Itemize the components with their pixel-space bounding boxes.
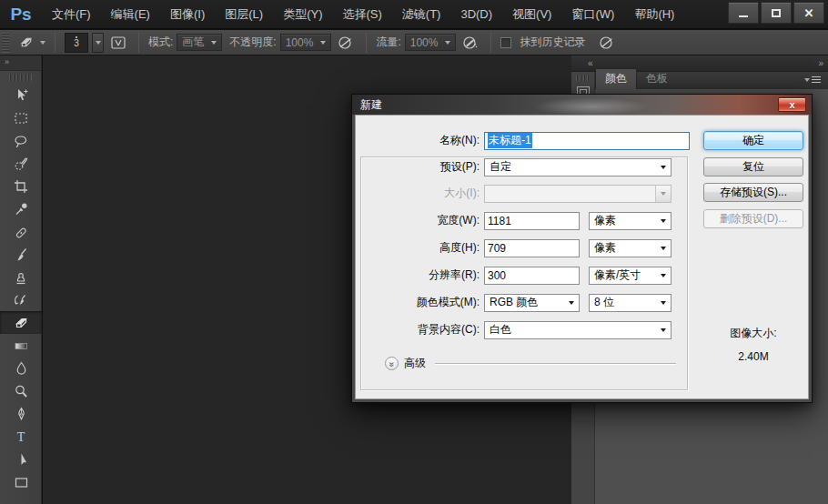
ok-button[interactable]: 确定 [703,131,803,150]
quick-selection-tool[interactable] [0,152,42,175]
tab-swatches[interactable]: 色板 [637,69,677,89]
delete-preset-button: 删除预设(D)... [703,209,803,228]
background-contents-value: 白色 [490,322,511,338]
reset-button[interactable]: 复位 [703,157,803,176]
separator [138,33,139,53]
width-input[interactable]: 1181 [484,212,580,230]
resolution-unit-value: 像素/英寸 [594,267,641,283]
flow-dropdown[interactable]: 100% [405,34,457,51]
chevron-down-icon [569,301,574,305]
resolution-unit-dropdown[interactable]: 像素/英寸 [589,267,671,285]
tab-color[interactable]: 颜色 [595,68,637,89]
menu-layer[interactable]: 图层(L) [216,1,272,28]
tools-panel-grip[interactable] [9,74,32,81]
erase-to-history-checkbox[interactable] [500,37,511,48]
window-controls: ✕ [728,2,824,24]
maximize-button[interactable] [761,2,792,24]
chevron-down-icon [661,301,666,305]
chevron-down-icon [320,41,326,45]
airbrush-toggle-button[interactable] [459,33,481,53]
rectangle-tool[interactable] [0,470,42,493]
color-mode-dropdown[interactable]: RGB 颜色 [484,294,580,312]
horizontal-type-tool[interactable]: T [0,425,42,448]
menu-3d[interactable]: 3D(D) [451,2,501,26]
chevron-down-icon [96,41,101,45]
clone-stamp-tool[interactable] [0,266,42,288]
name-input[interactable]: 未标题-1 [484,132,690,150]
height-label: 高度(H): [357,240,484,256]
menu-image[interactable]: 图像(I) [161,1,214,28]
height-unit-dropdown[interactable]: 像素 [589,239,671,257]
menu-help[interactable]: 帮助(H) [625,1,683,28]
panel-menu-button[interactable] [804,76,821,84]
background-contents-label: 背景内容(C): [357,322,484,338]
menu-window[interactable]: 窗口(W) [562,1,623,28]
chevron-down-icon [445,41,450,45]
width-unit-dropdown[interactable]: 像素 [589,212,671,230]
height-input[interactable]: 709 [484,239,580,257]
rectangular-marquee-tool[interactable] [0,106,42,129]
bit-depth-dropdown[interactable]: 8 位 [589,294,671,312]
image-size-value: 2.40M [703,350,803,363]
menu-filter[interactable]: 滤镜(T) [393,1,450,28]
erase-to-history-label: 抹到历史记录 [520,35,585,50]
name-label: 名称(N): [357,133,484,148]
background-contents-dropdown[interactable]: 白色 [484,321,671,339]
pressure-size-button[interactable] [596,33,618,53]
ps-logo: Ps [0,5,42,25]
chevron-down-icon [661,219,666,223]
icon-strip-grip[interactable] [576,76,590,81]
menu-select[interactable]: 选择(S) [333,1,390,28]
options-bar-grip[interactable] [2,33,9,53]
collapse-dock-chevron-icon[interactable]: » [818,58,823,68]
chevron-down-icon [661,192,666,196]
tool-preset-picker[interactable] [13,35,49,51]
menu-edit[interactable]: 编辑(E) [102,1,159,28]
close-button[interactable]: ✕ [793,2,824,24]
mode-value: 画笔 [182,35,204,50]
menu-file[interactable]: 文件(F) [43,1,100,28]
minimize-button[interactable] [728,2,759,24]
crop-tool[interactable] [0,175,42,197]
gradient-tool[interactable] [0,334,42,357]
opacity-dropdown[interactable]: 100% [280,34,332,51]
maximize-icon [772,9,781,17]
double-chevron-icon: » [5,57,8,66]
tools-panel-collapse-bar[interactable]: » [0,55,41,71]
pen-tool[interactable] [0,402,42,425]
eyedropper-tool[interactable] [0,197,42,220]
menu-lines-icon [812,76,821,84]
resolution-input[interactable]: 300 [484,267,580,285]
height-unit-value: 像素 [594,240,616,256]
menu-type[interactable]: 类型(Y) [274,1,331,28]
brush-size-preview[interactable]: 3 [65,33,88,53]
preset-label: 预设(P): [357,159,484,175]
dialog-title-bar[interactable]: 新建 x [352,95,812,115]
lasso-tool[interactable] [0,129,42,152]
mode-label: 模式: [148,35,173,50]
toggle-brush-panel-button[interactable] [107,33,129,53]
size-dropdown [484,185,671,203]
save-preset-button[interactable]: 存储预设(S)... [703,183,803,202]
preset-dropdown[interactable]: 自定 [484,158,671,176]
chevron-down-icon [211,41,217,45]
size-label: 大小(I): [357,186,484,201]
mode-dropdown[interactable]: 画笔 [177,34,222,51]
history-brush-tool[interactable] [0,288,42,311]
path-selection-tool[interactable] [0,448,42,470]
move-tool[interactable] [0,84,42,106]
close-icon: ✕ [804,7,814,19]
dialog-close-button[interactable]: x [778,97,806,112]
eraser-tool[interactable] [0,311,42,334]
brush-picker-button[interactable] [92,33,104,53]
menu-view[interactable]: 视图(V) [503,1,560,28]
advanced-expander-button[interactable]: » [385,357,399,370]
pressure-opacity-button[interactable] [335,33,357,53]
dodge-tool[interactable] [0,379,42,402]
brush-tool[interactable] [0,243,42,266]
width-unit-value: 像素 [594,213,616,228]
svg-text:T: T [17,430,25,444]
blur-tool[interactable] [0,357,42,379]
spot-healing-brush-tool[interactable] [0,220,42,243]
expand-dock-chevron-icon[interactable]: « [588,58,592,68]
